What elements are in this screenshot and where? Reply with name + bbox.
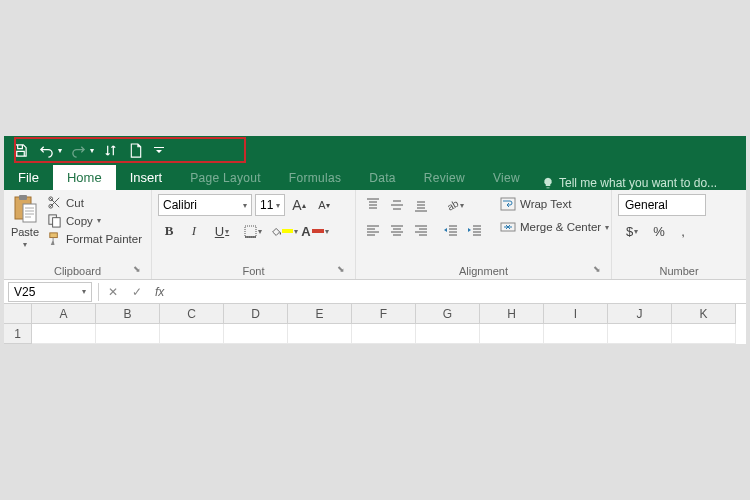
chevron-down-icon: ▾ (276, 201, 280, 210)
wrap-text-icon (500, 196, 516, 212)
quick-access-toolbar: ▾ ▾ (4, 136, 746, 164)
cut-label: Cut (66, 197, 84, 209)
redo-icon[interactable] (66, 138, 90, 162)
font-size-combo[interactable]: 11 ▾ (255, 194, 285, 216)
enter-formula-icon[interactable]: ✓ (125, 282, 149, 302)
tab-view[interactable]: View (479, 166, 534, 190)
group-alignment: ab ▾ Wrap Text (356, 190, 612, 279)
grid-row: 1 (4, 324, 746, 344)
formula-bar: V25 ▾ ✕ ✓ fx (4, 280, 746, 304)
paste-button[interactable]: Paste ▾ (10, 194, 40, 263)
tab-data[interactable]: Data (355, 166, 410, 190)
decrease-indent-icon[interactable] (440, 219, 462, 241)
currency-button[interactable]: $▾ (618, 220, 646, 242)
col-header[interactable]: B (96, 304, 160, 324)
increase-font-icon[interactable]: A▴ (288, 194, 310, 216)
orientation-icon: ab (445, 198, 459, 212)
col-header[interactable]: H (480, 304, 544, 324)
bold-button[interactable]: B (158, 220, 180, 242)
name-box-value: V25 (14, 285, 35, 299)
col-header[interactable]: G (416, 304, 480, 324)
number-format-value: General (625, 198, 668, 212)
col-header[interactable]: A (32, 304, 96, 324)
align-right-icon[interactable] (410, 219, 432, 241)
comma-button[interactable]: , (672, 220, 694, 242)
cell[interactable] (608, 324, 672, 344)
italic-button[interactable]: I (183, 220, 205, 242)
svg-text:ab: ab (445, 198, 459, 212)
merge-dropdown-icon: ▾ (605, 223, 609, 232)
decrease-font-icon[interactable]: A▾ (313, 194, 335, 216)
font-color-button[interactable]: A ▾ (301, 220, 329, 242)
format-painter-button[interactable]: Format Painter (44, 230, 145, 247)
cell[interactable] (672, 324, 736, 344)
cell[interactable] (160, 324, 224, 344)
alignment-launcher-icon[interactable]: ⬊ (591, 263, 603, 275)
cell[interactable] (224, 324, 288, 344)
underline-button[interactable]: U▾ (208, 220, 236, 242)
formula-input[interactable] (170, 282, 746, 302)
align-top-icon[interactable] (362, 194, 384, 216)
svg-rect-7 (50, 233, 58, 238)
borders-button[interactable]: ▾ (239, 220, 267, 242)
col-header[interactable]: E (288, 304, 352, 324)
tab-page-layout[interactable]: Page Layout (176, 166, 275, 190)
percent-button[interactable]: % (648, 220, 670, 242)
column-headers: A B C D E F G H I J K (4, 304, 746, 324)
col-header[interactable]: F (352, 304, 416, 324)
cell[interactable] (416, 324, 480, 344)
align-center-icon[interactable] (386, 219, 408, 241)
wrap-text-label: Wrap Text (520, 198, 571, 210)
fill-color-button[interactable]: ▾ (270, 220, 298, 242)
cell[interactable] (288, 324, 352, 344)
fx-icon[interactable]: fx (155, 285, 164, 299)
copy-button[interactable]: Copy ▾ (44, 212, 145, 229)
cell[interactable] (96, 324, 160, 344)
alignment-group-label: Alignment ⬊ (362, 263, 605, 277)
annotation-highlight (14, 137, 246, 163)
tab-formulas[interactable]: Formulas (275, 166, 355, 190)
tell-me-label: Tell me what you want to do... (559, 176, 717, 190)
cell[interactable] (480, 324, 544, 344)
align-left-icon[interactable] (362, 219, 384, 241)
merge-icon (500, 219, 516, 235)
col-header[interactable]: J (608, 304, 672, 324)
col-header[interactable]: K (672, 304, 736, 324)
cell[interactable] (352, 324, 416, 344)
select-all-corner[interactable] (4, 304, 32, 324)
col-header[interactable]: C (160, 304, 224, 324)
svg-rect-2 (23, 204, 36, 222)
increase-indent-icon[interactable] (464, 219, 486, 241)
cell[interactable] (32, 324, 96, 344)
cut-button[interactable]: Cut (44, 194, 145, 211)
copy-label: Copy (66, 215, 93, 227)
cancel-formula-icon[interactable]: ✕ (101, 282, 125, 302)
clipboard-paste-icon (12, 194, 38, 224)
align-bottom-icon[interactable] (410, 194, 432, 216)
format-painter-label: Format Painter (66, 233, 142, 245)
tell-me-search[interactable]: Tell me what you want to do... (542, 176, 717, 190)
orientation-button[interactable]: ab ▾ (440, 194, 468, 216)
font-name-combo[interactable]: Calibri ▾ (158, 194, 252, 216)
font-launcher-icon[interactable]: ⬊ (335, 263, 347, 275)
tab-file[interactable]: File (4, 165, 53, 190)
col-header[interactable]: D (224, 304, 288, 324)
number-format-combo[interactable]: General (618, 194, 706, 216)
merge-center-button[interactable]: Merge & Center ▾ (496, 217, 613, 237)
col-header[interactable]: I (544, 304, 608, 324)
tab-review[interactable]: Review (410, 166, 479, 190)
align-middle-icon[interactable] (386, 194, 408, 216)
tab-home[interactable]: Home (53, 165, 116, 190)
separator (98, 283, 99, 301)
spreadsheet-grid: A B C D E F G H I J K 1 (4, 304, 746, 344)
name-box[interactable]: V25 ▾ (8, 282, 92, 302)
row-header[interactable]: 1 (4, 324, 32, 344)
group-clipboard: Paste ▾ Cut Copy ▾ Format Pain (4, 190, 152, 279)
wrap-text-button[interactable]: Wrap Text (496, 194, 613, 214)
tab-insert[interactable]: Insert (116, 165, 177, 190)
clipboard-launcher-icon[interactable]: ⬊ (131, 263, 143, 275)
number-group-label: Number (618, 263, 740, 277)
excel-window: ▾ ▾ File Home Insert Page Layout Formula… (4, 136, 746, 344)
cell[interactable] (544, 324, 608, 344)
svg-rect-1 (19, 195, 27, 200)
